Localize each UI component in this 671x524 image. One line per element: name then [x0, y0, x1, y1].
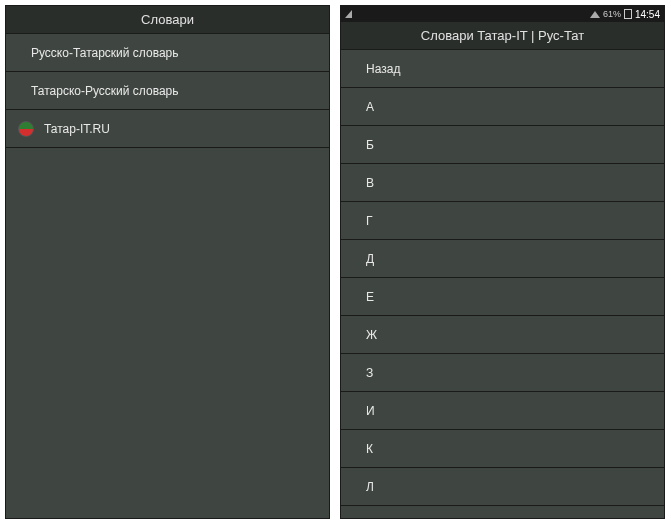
list-item-letter[interactable]: Д	[341, 240, 664, 278]
list-item-label: А	[366, 100, 374, 114]
header-title: Словари	[141, 12, 194, 27]
list-item-back[interactable]: Назад	[341, 50, 664, 88]
wifi-icon	[590, 11, 600, 18]
list-item-label: И	[366, 404, 375, 418]
screen-alphabet: 61% 14:54 Словари Татар-IT | Рус-Тат Наз…	[340, 5, 665, 519]
signal-icon	[345, 10, 352, 18]
list-item-rus-tat[interactable]: Русско-Татарский словарь	[6, 34, 329, 72]
header-title: Словари Татар-IT | Рус-Тат	[421, 28, 584, 43]
header-bar: Словари	[6, 6, 329, 34]
screen-dictionaries: Словари Русско-Татарский словарь Татарск…	[5, 5, 330, 519]
list-item-label: М	[366, 518, 376, 519]
list-item-letter[interactable]: В	[341, 164, 664, 202]
list-item-letter[interactable]: Ж	[341, 316, 664, 354]
list-item-letter[interactable]: З	[341, 354, 664, 392]
list-item-letter[interactable]: Б	[341, 126, 664, 164]
list-item-tat-rus[interactable]: Татарско-Русский словарь	[6, 72, 329, 110]
site-icon	[18, 121, 34, 137]
alphabet-list: Назад А Б В Г Д Е Ж З И К	[341, 50, 664, 518]
status-right: 61% 14:54	[590, 9, 660, 20]
list-item-letter[interactable]: И	[341, 392, 664, 430]
status-bar: 61% 14:54	[341, 6, 664, 22]
list-item-letter[interactable]: Л	[341, 468, 664, 506]
list-item-label: Е	[366, 290, 374, 304]
list-item-label: З	[366, 366, 373, 380]
battery-icon	[624, 9, 632, 19]
list-item-label: В	[366, 176, 374, 190]
battery-percent: 61%	[603, 9, 621, 19]
list-item-label: Назад	[366, 62, 400, 76]
list-item-label: Татар-IT.RU	[44, 122, 110, 136]
clock: 14:54	[635, 9, 660, 20]
list-item-letter[interactable]: К	[341, 430, 664, 468]
header-bar: Словари Татар-IT | Рус-Тат	[341, 22, 664, 50]
status-left	[345, 10, 352, 18]
list-item-letter[interactable]: Е	[341, 278, 664, 316]
list-item-tatar-it[interactable]: Татар-IT.RU	[6, 110, 329, 148]
list-item-letter[interactable]: А	[341, 88, 664, 126]
list-item-letter[interactable]: М	[341, 506, 664, 518]
list-item-letter[interactable]: Г	[341, 202, 664, 240]
list-item-label: Русско-Татарский словарь	[31, 46, 178, 60]
list-item-label: Л	[366, 480, 374, 494]
list-item-label: Д	[366, 252, 374, 266]
list-item-label: Б	[366, 138, 374, 152]
list-item-label: Ж	[366, 328, 377, 342]
list-item-label: Татарско-Русский словарь	[31, 84, 178, 98]
dictionary-list: Русско-Татарский словарь Татарско-Русски…	[6, 34, 329, 518]
list-item-label: К	[366, 442, 373, 456]
list-item-label: Г	[366, 214, 373, 228]
